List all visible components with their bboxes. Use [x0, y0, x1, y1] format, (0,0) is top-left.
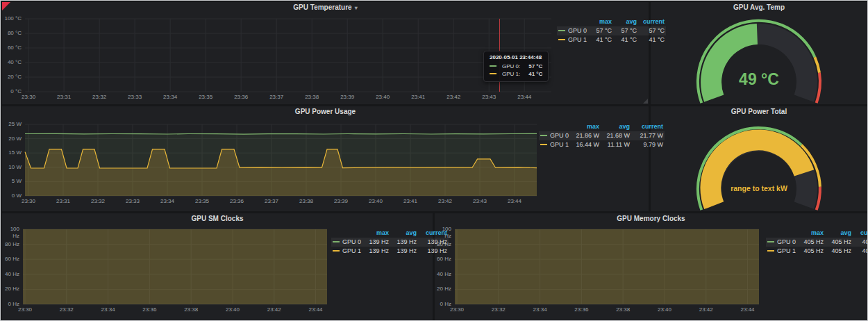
y-axis-tick-label: 15 W: [2, 149, 22, 156]
legend-header-spacer: [539, 122, 570, 131]
legend-value: 139 Hz: [362, 247, 390, 256]
series-color-dash: [767, 241, 774, 242]
legend-value: 41 °C: [588, 35, 613, 44]
x-axis-tick-label: 23:30: [15, 198, 42, 205]
x-axis-tick-label: 23:40: [219, 306, 247, 313]
x-axis-tick-label: 23:41: [397, 198, 424, 205]
x-axis-tick-label: 23:34: [153, 198, 181, 205]
x-axis-tick-label: 23:36: [227, 94, 255, 101]
series-color-dash: [558, 30, 565, 31]
y-axis-tick-label: 80 Hz: [2, 241, 19, 248]
x-axis-tick-label: 23:35: [188, 198, 216, 205]
legend-series-name[interactable]: GPU 1: [331, 247, 362, 256]
legend-series-name[interactable]: GPU 1: [539, 140, 570, 149]
legend-series-name[interactable]: GPU 0: [539, 131, 570, 140]
x-axis-tick-label: 23:42: [440, 94, 467, 101]
x-axis-tick-label: 23:34: [94, 306, 122, 313]
legend-value: 139 Hz: [418, 238, 449, 247]
x-axis-tick-label: 23:40: [362, 198, 390, 205]
x-axis-tick-label: 23:33: [119, 198, 147, 205]
y-axis-tick-label: 10 W: [2, 164, 22, 171]
legend-header-avg[interactable]: avg: [390, 229, 418, 238]
legend-value: 57 °C: [638, 26, 666, 35]
gpu-memory-clocks-chart[interactable]: maxavgcurrentGPU 0405 Hz405 Hz405 HzGPU …: [435, 224, 867, 320]
x-axis-tick-label: 23:32: [485, 306, 512, 313]
legend-value: 405 Hz: [825, 247, 853, 256]
legend-header-avg[interactable]: avg: [601, 122, 631, 131]
y-axis-tick-label: 40 Hz: [2, 271, 19, 278]
gpu-temperature-chart[interactable]: maxavgcurrentGPU 057 °C57 °C57 °CGPU 141…: [2, 13, 649, 104]
x-axis-tick-label: 23:36: [223, 198, 251, 205]
legend-header-current[interactable]: current: [418, 229, 449, 238]
legend-value: 21.77 W: [631, 131, 665, 140]
tooltip-timestamp: 2020-05-01 23:44:48: [490, 54, 542, 60]
legend-value: 139 Hz: [390, 238, 418, 247]
y-axis-tick-label: 40 °C: [2, 59, 22, 66]
x-axis-tick-label: 23:38: [177, 306, 205, 313]
series-color-dash: [540, 135, 547, 136]
plot-area[interactable]: [455, 229, 759, 304]
legend-value: 405 Hz: [853, 247, 868, 256]
plot-area[interactable]: [25, 124, 537, 196]
legend-series-name[interactable]: GPU 0: [766, 238, 797, 247]
x-axis-tick-label: 23:44: [501, 198, 528, 205]
legend-header-current[interactable]: current: [853, 229, 868, 238]
gauge-value-text: 49 °C: [651, 70, 867, 89]
x-axis-tick-label: 23:44: [734, 306, 762, 313]
legend-value: 405 Hz: [797, 238, 825, 247]
gpu-power-total-gauge: range to text kW: [651, 117, 867, 211]
x-axis-tick-label: 23:30: [443, 306, 471, 313]
legend-header-current[interactable]: current: [631, 122, 665, 131]
tooltip-series-value: 57 °C: [528, 63, 542, 70]
legend-header-max[interactable]: max: [570, 122, 601, 131]
chevron-down-icon[interactable]: ▾: [355, 5, 358, 11]
y-axis-tick-label: 100 Hz: [2, 226, 19, 240]
y-axis-tick-label: 20 Hz: [435, 286, 451, 293]
legend-series-name[interactable]: GPU 1: [557, 35, 588, 44]
legend-header-spacer: [331, 229, 362, 238]
panel-title-gpu-power-usage[interactable]: GPU Power Usage: [2, 106, 649, 117]
panel-title-gpu-memory-clocks[interactable]: GPU Memory Clocks: [435, 213, 867, 224]
legend-header-avg[interactable]: avg: [613, 17, 638, 26]
legend-header-avg[interactable]: avg: [825, 229, 853, 238]
panel-title-gpu-power-total[interactable]: GPU Power Total: [651, 106, 867, 117]
panel-gpu-avg-temp: GPU Avg. Temp 49 °C: [651, 2, 867, 104]
y-axis-tick-label: 40 Hz: [435, 271, 451, 278]
x-axis-tick-label: 23:43: [466, 198, 494, 205]
legend-value: 9.79 W: [631, 140, 665, 149]
x-axis-tick-label: 23:42: [692, 306, 720, 313]
chart-tooltip: 2020-05-01 23:44:48 GPU 0: 57 °C GPU 1: …: [483, 51, 549, 82]
legend-header-max[interactable]: max: [588, 17, 613, 26]
gpu-power-usage-chart[interactable]: maxavgcurrentGPU 021.86 W21.68 W21.77 WG…: [2, 117, 649, 211]
legend-value: 41 °C: [613, 35, 638, 44]
series-color-dash: [767, 250, 774, 252]
x-axis-tick-label: 23:39: [327, 198, 355, 205]
panel-title-gpu-sm-clocks[interactable]: GPU SM Clocks: [2, 213, 433, 224]
series-color-dash: [490, 65, 496, 67]
x-axis-tick-label: 23:40: [651, 306, 678, 313]
plot-area[interactable]: [25, 19, 551, 92]
x-axis-tick-label: 23:44: [510, 94, 538, 101]
legend-series-name[interactable]: GPU 0: [331, 238, 362, 247]
legend-header-max[interactable]: max: [797, 229, 825, 238]
x-axis-tick-label: 23:39: [333, 94, 361, 101]
x-axis-tick-label: 23:31: [49, 198, 77, 205]
legend-series-name[interactable]: GPU 0: [557, 26, 588, 35]
gpu-avg-temp-gauge: 49 °C: [651, 13, 867, 104]
legend-header-current[interactable]: current: [638, 17, 666, 26]
y-axis-tick-label: 25 W: [2, 121, 22, 128]
x-axis-tick-label: 23:31: [50, 94, 78, 101]
panel-error-corner-icon[interactable]: [2, 2, 10, 10]
legend-header-max[interactable]: max: [362, 229, 390, 238]
dashboard: GPU Temperature▾ maxavgcurrentGPU 057 °C…: [0, 0, 868, 321]
legend-series-name[interactable]: GPU 1: [766, 247, 797, 256]
series-color-dash: [490, 73, 496, 74]
panel-title-gpu-temperature[interactable]: GPU Temperature▾: [2, 2, 649, 13]
x-axis-tick-label: 23:34: [156, 94, 184, 101]
plot-area[interactable]: [23, 229, 327, 304]
gpu-sm-clocks-chart[interactable]: maxavgcurrentGPU 0139 Hz139 Hz139 HzGPU …: [2, 224, 433, 320]
panel-resize-handle[interactable]: [643, 99, 648, 104]
tooltip-series-name: GPU 0:: [502, 63, 520, 70]
panel-title-gpu-avg-temp[interactable]: GPU Avg. Temp: [651, 2, 867, 13]
legend-header-spacer: [557, 17, 588, 26]
